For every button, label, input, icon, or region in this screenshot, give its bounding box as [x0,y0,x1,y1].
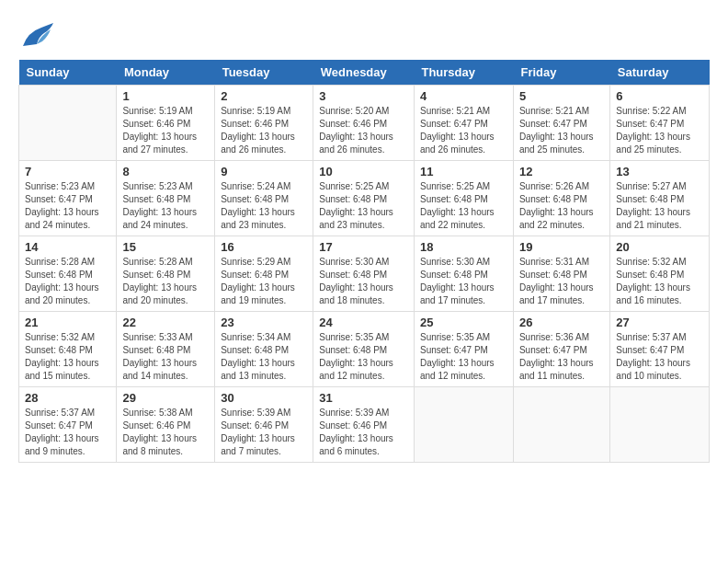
day-info: Sunrise: 5:37 AM Sunset: 6:47 PM Dayligh… [616,331,703,383]
calendar-day-cell: 2Sunrise: 5:19 AM Sunset: 6:46 PM Daylig… [215,86,313,161]
day-number: 27 [616,316,703,329]
day-info: Sunrise: 5:21 AM Sunset: 6:47 PM Dayligh… [420,105,507,156]
day-of-week-header: Saturday [610,60,710,86]
day-number: 17 [319,240,408,254]
day-info: Sunrise: 5:36 AM Sunset: 6:47 PM Dayligh… [519,331,604,383]
day-info: Sunrise: 5:23 AM Sunset: 6:48 PM Dayligh… [122,180,209,232]
calendar-day-cell: 25Sunrise: 5:35 AM Sunset: 6:47 PM Dayli… [414,312,513,387]
day-info: Sunrise: 5:35 AM Sunset: 6:48 PM Dayligh… [319,331,408,383]
calendar-day-cell: 22Sunrise: 5:33 AM Sunset: 6:48 PM Dayli… [117,312,215,387]
calendar-day-cell: 28Sunrise: 5:37 AM Sunset: 6:47 PM Dayli… [19,387,117,463]
calendar-day-cell: 4Sunrise: 5:21 AM Sunset: 6:47 PM Daylig… [414,86,513,161]
calendar-day-cell: 21Sunrise: 5:32 AM Sunset: 6:48 PM Dayli… [19,312,117,387]
day-number: 2 [221,89,307,103]
day-info: Sunrise: 5:39 AM Sunset: 6:46 PM Dayligh… [221,407,307,458]
day-number: 31 [319,391,408,405]
calendar-day-cell: 16Sunrise: 5:29 AM Sunset: 6:48 PM Dayli… [215,236,313,312]
day-info: Sunrise: 5:25 AM Sunset: 6:48 PM Dayligh… [420,180,507,232]
calendar-table: SundayMondayTuesdayWednesdayThursdayFrid… [18,60,710,463]
day-number: 24 [319,316,408,329]
calendar-day-cell [414,387,513,463]
calendar-day-cell: 1Sunrise: 5:19 AM Sunset: 6:46 PM Daylig… [117,86,215,161]
day-info: Sunrise: 5:30 AM Sunset: 6:48 PM Dayligh… [420,256,507,307]
day-number: 12 [519,165,604,178]
day-of-week-header: Monday [117,60,215,86]
calendar-day-cell: 12Sunrise: 5:26 AM Sunset: 6:48 PM Dayli… [513,161,609,236]
calendar-day-cell [513,387,609,463]
day-info: Sunrise: 5:32 AM Sunset: 6:48 PM Dayligh… [25,331,110,383]
day-number: 1 [122,89,209,103]
day-info: Sunrise: 5:37 AM Sunset: 6:47 PM Dayligh… [25,407,110,458]
day-number: 5 [519,89,604,103]
day-info: Sunrise: 5:24 AM Sunset: 6:48 PM Dayligh… [221,180,307,232]
day-info: Sunrise: 5:26 AM Sunset: 6:48 PM Dayligh… [519,180,604,232]
day-info: Sunrise: 5:29 AM Sunset: 6:48 PM Dayligh… [221,256,307,307]
calendar-day-cell: 17Sunrise: 5:30 AM Sunset: 6:48 PM Dayli… [313,236,415,312]
day-info: Sunrise: 5:30 AM Sunset: 6:48 PM Dayligh… [319,256,408,307]
day-number: 18 [420,240,507,254]
day-info: Sunrise: 5:27 AM Sunset: 6:48 PM Dayligh… [616,180,703,232]
day-number: 10 [319,165,408,178]
day-info: Sunrise: 5:34 AM Sunset: 6:48 PM Dayligh… [221,331,307,383]
day-number: 29 [122,391,209,405]
calendar-week-row: 14Sunrise: 5:28 AM Sunset: 6:48 PM Dayli… [19,236,710,312]
day-number: 22 [122,316,209,329]
day-number: 28 [25,391,110,405]
day-number: 30 [221,391,307,405]
calendar-day-cell [610,387,710,463]
day-number: 6 [616,89,703,103]
calendar-header-row: SundayMondayTuesdayWednesdayThursdayFrid… [19,60,710,86]
day-info: Sunrise: 5:39 AM Sunset: 6:46 PM Dayligh… [319,407,408,458]
day-number: 19 [519,240,604,254]
day-info: Sunrise: 5:31 AM Sunset: 6:48 PM Dayligh… [519,256,604,307]
day-number: 11 [420,165,507,178]
calendar-day-cell: 6Sunrise: 5:22 AM Sunset: 6:47 PM Daylig… [610,86,710,161]
calendar-week-row: 21Sunrise: 5:32 AM Sunset: 6:48 PM Dayli… [19,312,710,387]
calendar-week-row: 1Sunrise: 5:19 AM Sunset: 6:46 PM Daylig… [19,86,710,161]
day-number: 13 [616,165,703,178]
calendar-day-cell: 31Sunrise: 5:39 AM Sunset: 6:46 PM Dayli… [313,387,415,463]
calendar-day-cell: 5Sunrise: 5:21 AM Sunset: 6:47 PM Daylig… [513,86,609,161]
calendar-day-cell: 13Sunrise: 5:27 AM Sunset: 6:48 PM Dayli… [610,161,710,236]
day-number: 25 [420,316,507,329]
calendar-day-cell: 9Sunrise: 5:24 AM Sunset: 6:48 PM Daylig… [215,161,313,236]
calendar-week-row: 7Sunrise: 5:23 AM Sunset: 6:47 PM Daylig… [19,161,710,236]
calendar-day-cell: 24Sunrise: 5:35 AM Sunset: 6:48 PM Dayli… [313,312,415,387]
day-info: Sunrise: 5:28 AM Sunset: 6:48 PM Dayligh… [122,256,209,307]
day-info: Sunrise: 5:35 AM Sunset: 6:47 PM Dayligh… [420,331,507,383]
day-number: 23 [221,316,307,329]
day-number: 4 [420,89,507,103]
calendar-day-cell [19,86,117,161]
calendar-day-cell: 19Sunrise: 5:31 AM Sunset: 6:48 PM Dayli… [513,236,609,312]
calendar-day-cell: 10Sunrise: 5:25 AM Sunset: 6:48 PM Dayli… [313,161,415,236]
day-number: 3 [319,89,408,103]
calendar-day-cell: 7Sunrise: 5:23 AM Sunset: 6:47 PM Daylig… [19,161,117,236]
day-number: 8 [122,165,209,178]
calendar-day-cell: 23Sunrise: 5:34 AM Sunset: 6:48 PM Dayli… [215,312,313,387]
day-of-week-header: Wednesday [313,60,415,86]
logo-icon [18,18,55,51]
day-info: Sunrise: 5:25 AM Sunset: 6:48 PM Dayligh… [319,180,408,232]
day-info: Sunrise: 5:19 AM Sunset: 6:46 PM Dayligh… [221,105,307,156]
calendar-week-row: 28Sunrise: 5:37 AM Sunset: 6:47 PM Dayli… [19,387,710,463]
day-number: 16 [221,240,307,254]
day-of-week-header: Thursday [414,60,513,86]
calendar-day-cell: 30Sunrise: 5:39 AM Sunset: 6:46 PM Dayli… [215,387,313,463]
day-info: Sunrise: 5:22 AM Sunset: 6:47 PM Dayligh… [616,105,703,156]
day-info: Sunrise: 5:20 AM Sunset: 6:46 PM Dayligh… [319,105,408,156]
day-number: 7 [25,165,110,178]
day-number: 26 [519,316,604,329]
day-info: Sunrise: 5:32 AM Sunset: 6:48 PM Dayligh… [616,256,703,307]
calendar-day-cell: 11Sunrise: 5:25 AM Sunset: 6:48 PM Dayli… [414,161,513,236]
day-of-week-header: Friday [513,60,609,86]
day-number: 9 [221,165,307,178]
logo [18,18,61,51]
calendar-day-cell: 8Sunrise: 5:23 AM Sunset: 6:48 PM Daylig… [117,161,215,236]
day-of-week-header: Tuesday [215,60,313,86]
day-info: Sunrise: 5:21 AM Sunset: 6:47 PM Dayligh… [519,105,604,156]
calendar-day-cell: 18Sunrise: 5:30 AM Sunset: 6:48 PM Dayli… [414,236,513,312]
day-of-week-header: Sunday [19,60,117,86]
calendar-day-cell: 20Sunrise: 5:32 AM Sunset: 6:48 PM Dayli… [610,236,710,312]
day-number: 20 [616,240,703,254]
calendar-day-cell: 29Sunrise: 5:38 AM Sunset: 6:46 PM Dayli… [117,387,215,463]
